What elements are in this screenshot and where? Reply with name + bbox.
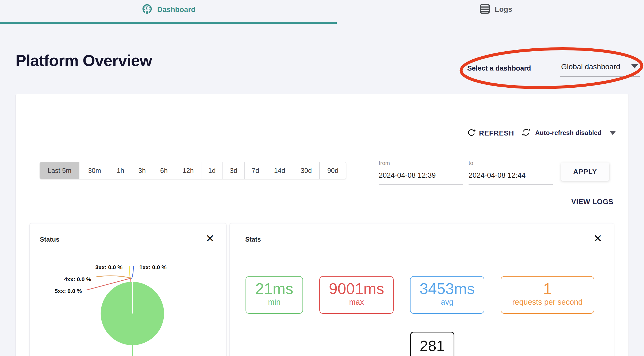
close-icon[interactable]: ✕ [593, 233, 602, 244]
chevron-down-icon [631, 64, 638, 68]
dashboard-select[interactable]: Global dashboard [561, 63, 640, 71]
tab-dashboard[interactable]: Dashboard [141, 3, 195, 16]
auto-refresh-icon [522, 128, 531, 138]
total-value: 281 [411, 338, 454, 354]
range-button-30m[interactable]: 30m [79, 162, 110, 179]
range-button-90d[interactable]: 90d [320, 162, 346, 179]
page-title: Platform Overview [16, 51, 152, 70]
gauge-icon [141, 3, 153, 16]
range-button-1d[interactable]: 1d [201, 162, 223, 179]
tab-dashboard-label: Dashboard [157, 6, 195, 14]
stat-boxes: 21msmin9001msmax3453msavg1requests per s… [246, 276, 594, 314]
stat-box-requests-per-second: 1requests per second [501, 276, 594, 314]
tab-logs[interactable]: Logs [479, 3, 512, 16]
dashboard-select-underline [560, 76, 640, 77]
tab-bar: Dashboard Logs [0, 0, 644, 24]
auto-refresh-label: Auto-refresh disabled [535, 129, 601, 137]
range-button-3h[interactable]: 3h [131, 162, 153, 179]
tab-logs-label: Logs [495, 5, 512, 14]
refresh-label: REFRESH [479, 129, 514, 137]
pie-label-line-4xx [96, 276, 131, 278]
pie-label-4xx: 4xx: 0.0 % [64, 276, 91, 282]
refresh-button[interactable]: REFRESH [467, 128, 514, 138]
stat-box-total: 281 total [410, 332, 454, 356]
logs-icon [479, 3, 490, 16]
to-label: to [469, 160, 553, 166]
view-logs-link[interactable]: VIEW LOGS [571, 198, 614, 206]
status-pie-chart: 3xx: 0.0 % 1xx: 0.0 % 4xx: 0.0 % 5xx: 0.… [30, 223, 227, 356]
active-tab-indicator [0, 22, 337, 24]
pie-label-5xx: 5xx: 0.0 % [55, 288, 82, 294]
stats-card: Stats ✕ 21msmin9001msmax3453msavg1reques… [229, 223, 614, 356]
from-date-field[interactable]: from 2024-04-08 12:39 [379, 160, 463, 185]
from-label: from [379, 160, 463, 166]
stat-box-max: 9001msmax [319, 276, 394, 314]
chevron-down-icon [610, 131, 616, 135]
status-card: Status ✕ 3xx: 0.0 % 1xx: 0.0 % 4xx: 0.0 … [29, 223, 227, 356]
from-value[interactable]: 2024-04-08 12:39 [379, 171, 463, 180]
range-button-14d[interactable]: 14d [266, 162, 293, 179]
dashboard-select-value: Global dashboard [561, 63, 620, 71]
range-button-last-5m[interactable]: Last 5m [40, 162, 79, 179]
range-button-7d[interactable]: 7d [245, 162, 266, 179]
pie-label-line-1xx [132, 266, 133, 279]
to-value[interactable]: 2024-04-08 12:44 [469, 171, 553, 180]
dashboard-select-label: Select a dashboard [467, 64, 531, 72]
auto-refresh-select[interactable]: Auto-refresh disabled [522, 128, 616, 138]
range-button-1h[interactable]: 1h [110, 162, 131, 179]
range-button-30d[interactable]: 30d [293, 162, 320, 179]
to-date-field[interactable]: to 2024-04-08 12:44 [469, 160, 553, 185]
screen: Dashboard Logs Platform Overview Select … [0, 0, 644, 356]
refresh-icon [467, 128, 476, 138]
total-label: total [411, 354, 454, 356]
stat-box-avg: 3453msavg [410, 276, 484, 314]
range-button-6h[interactable]: 6h [153, 162, 175, 179]
pie-label-1xx: 1xx: 0.0 % [139, 264, 167, 270]
time-range-group: Last 5m30m1h3h6h12h1d3d7d14d30d90d [40, 162, 346, 179]
stats-card-title: Stats [245, 236, 261, 243]
apply-button[interactable]: APPLY [561, 162, 609, 181]
pie-label-3xx: 3xx: 0.0 % [95, 264, 122, 270]
auto-refresh-underline [535, 142, 615, 142]
range-button-3d[interactable]: 3d [223, 162, 245, 179]
range-button-12h[interactable]: 12h [175, 162, 201, 179]
stat-box-min: 21msmin [246, 276, 303, 314]
